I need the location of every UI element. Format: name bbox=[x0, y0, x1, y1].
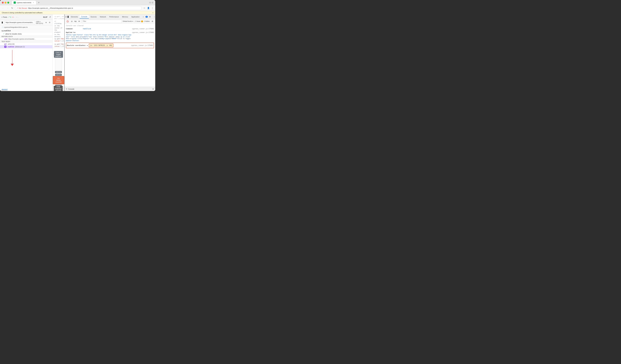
forward-btn[interactable]: → bbox=[6, 6, 9, 10]
realclick-cmd-name: -realClick bbox=[7, 46, 14, 48]
pending-stat: ○ -- bbox=[16, 16, 19, 18]
visit-command[interactable]: visit https://example.cypress.io/command… bbox=[0, 38, 52, 40]
cmd-value: realClick bbox=[83, 28, 91, 30]
console-bottom-close-btn[interactable]: ✕ bbox=[152, 88, 154, 90]
default-levels-btn[interactable]: Default levels ▾ bbox=[123, 20, 133, 22]
coord-link[interactable]: cypress_runner.js:175882 bbox=[131, 44, 153, 47]
tests-label[interactable]: < Tests bbox=[1, 16, 7, 18]
dblclick-label[interactable]: .dblclick() bbox=[0, 88, 52, 91]
devtools-badge: 1 bbox=[145, 16, 148, 18]
cypress-toolbar-icons: ⊕ ⚙ bbox=[44, 21, 51, 24]
close-traffic-light[interactable] bbox=[2, 2, 4, 3]
code-comment-1: // clicking in the center of the element… bbox=[54, 20, 63, 38]
test-file-label: 📄 cypress/integration/click.spec.ts bbox=[0, 25, 52, 29]
test-item-label: allow for double clicks bbox=[5, 33, 22, 35]
tab-performance[interactable]: Performance bbox=[108, 15, 121, 18]
realclick-command[interactable]: ▶ -realClick {clickcount: 2} bbox=[0, 45, 52, 48]
tab-memory[interactable]: Memory bbox=[121, 15, 130, 18]
visit-cmd-value: https://example.cypress.io/commands/... bbox=[8, 38, 35, 40]
get-command[interactable]: get .action-btn bbox=[0, 43, 52, 45]
action-btn-6[interactable]: and me bbox=[55, 85, 62, 86]
tab-close-btn[interactable]: × bbox=[32, 1, 34, 4]
file-icon: 📄 bbox=[1, 26, 3, 28]
extensions-icon[interactable]: ⋮ bbox=[151, 6, 154, 10]
viewport-icon[interactable]: 📱 bbox=[1, 21, 3, 24]
top-selector[interactable]: top bbox=[74, 20, 77, 22]
issue-label: 1 Issue: bbox=[135, 20, 141, 22]
file-path: cypress/integration/click.spec.ts bbox=[4, 26, 28, 28]
tab-network[interactable]: Network bbox=[98, 15, 108, 18]
devtools-more-icon[interactable]: ⋮ bbox=[152, 15, 155, 19]
tab-application[interactable]: Application bbox=[130, 15, 141, 18]
test-list: ✓ allow for double clicks BEFORE EACH vi… bbox=[0, 32, 52, 88]
url-bar[interactable]: ⚠ Not Secure https://example.cypress.io/… bbox=[15, 6, 142, 10]
bookmark-icon[interactable]: ☆ bbox=[143, 6, 146, 10]
console-drawer-icon[interactable]: ⊡ bbox=[66, 88, 67, 90]
test-panel: < Tests ✓ 1 × -- ○ -- 01.97 ↺ 📱 bbox=[0, 14, 52, 91]
tab-console[interactable]: Console bbox=[80, 15, 89, 18]
action-btn-1[interactable]: click me bbox=[55, 71, 62, 73]
reload-icon[interactable]: ↺ bbox=[49, 16, 51, 18]
console-clear-btn[interactable]: 🚫 bbox=[66, 20, 69, 23]
test-time: 01.97 bbox=[43, 16, 47, 18]
suite-name: cy.realClick bbox=[1, 30, 11, 32]
not-secure-label: Not Secure bbox=[19, 7, 27, 9]
dom-snapshot-btn[interactable]: DOM Snapshot (pinned) bbox=[54, 85, 63, 91]
refresh-btn[interactable]: ↻ bbox=[10, 6, 14, 10]
coord-arrow[interactable]: ▶ bbox=[87, 44, 88, 47]
test-item-passing[interactable]: ✓ allow for double clicks bbox=[0, 32, 52, 35]
maximize-traffic-light[interactable] bbox=[7, 2, 9, 3]
minimize-traffic-light[interactable] bbox=[5, 2, 6, 3]
settings-icon[interactable]: ⚙ bbox=[48, 21, 51, 24]
code-panel: cy.get('.action-btn').click() // clickin… bbox=[52, 14, 64, 48]
applied-link[interactable]: cypress_runner.js:175882 bbox=[132, 31, 154, 33]
console-bottom: ⊡ Console ✕ bbox=[65, 87, 155, 91]
cmd-link[interactable]: cypress_runner.js:175882 bbox=[132, 28, 154, 30]
coord-key: Absolute coordinates: bbox=[67, 44, 86, 47]
eye-icon[interactable]: 👁 bbox=[77, 20, 81, 23]
warning-icon: ⚠ bbox=[17, 7, 18, 9]
console-filter-input[interactable] bbox=[82, 20, 122, 23]
before-each-group: BEFORE EACH visit https://example.cypres… bbox=[0, 35, 52, 40]
profile-icon[interactable]: 👤 bbox=[147, 6, 150, 10]
viewport-content: Click to toggle popover Canvas to illust… bbox=[52, 48, 64, 86]
tab-more[interactable]: » bbox=[141, 15, 145, 18]
preview-panel: cy.get('.action-btn').click() // clickin… bbox=[52, 14, 64, 91]
tab-sources[interactable]: Sources bbox=[89, 15, 98, 18]
devtools-mobile-icon[interactable]: 📱 bbox=[67, 15, 69, 19]
devtools-settings-icon[interactable]: ⚙ bbox=[148, 15, 152, 19]
active-command-arrow: ▶ bbox=[4, 46, 6, 48]
dom-snapshot-label: DOM Snapshot bbox=[55, 86, 61, 89]
console-cleared: Console was cleared bbox=[66, 24, 154, 27]
visit-cmd-name: visit bbox=[4, 38, 7, 40]
info-bar-close-btn[interactable]: × bbox=[153, 12, 154, 14]
issue-btn[interactable]: 1 Issue: 1 bbox=[135, 20, 143, 22]
console-label: Console bbox=[68, 88, 74, 90]
test-pass-icon: ✓ bbox=[3, 33, 4, 35]
info-bar: Chrome is being controlled by automated … bbox=[0, 11, 155, 14]
pass-stat: ✓ 1 bbox=[8, 16, 11, 18]
window-minimize-icon[interactable] bbox=[149, 2, 151, 3]
console-entry-applied: Applied to: <button type="button" class=… bbox=[66, 31, 154, 42]
back-btn[interactable]: ← bbox=[1, 6, 5, 10]
window-close-icon[interactable] bbox=[152, 2, 154, 3]
console-filter-btn[interactable]: ⊘ bbox=[70, 20, 73, 23]
get-cmd-name: get bbox=[4, 43, 7, 45]
being-covered-btn[interactable]: I'm being covered bbox=[53, 76, 64, 84]
new-tab-btn[interactable]: + bbox=[37, 1, 41, 4]
action-btn-2[interactable]: and me bbox=[55, 74, 62, 76]
canvas-area bbox=[55, 58, 62, 70]
coord-value: {x: 1313.5078125, y: 69} bbox=[89, 44, 113, 47]
popover-toggle-btn[interactable]: Click to toggle popover bbox=[54, 51, 63, 58]
devtools-inspect-icon[interactable]: ⊡ bbox=[65, 15, 67, 19]
fail-count: -- bbox=[14, 16, 15, 18]
cypress-url-input[interactable]: https://example.cypress.io/commands/a... bbox=[4, 21, 35, 24]
console-settings-icon[interactable]: ⚙ bbox=[151, 20, 154, 23]
active-tab[interactable]: c cypress-real-events × bbox=[12, 0, 36, 5]
cmd-key: Command: bbox=[66, 28, 73, 30]
selector-playground-icon[interactable]: ⊕ bbox=[44, 21, 48, 24]
viewport-info: 1000 × 660 (61%) bbox=[36, 21, 44, 24]
info-bar-text: Chrome is being controlled by automated … bbox=[2, 12, 43, 14]
tab-elements[interactable]: Elements bbox=[69, 15, 79, 18]
code-line-1: cy.get('#action-canvas').click() bbox=[54, 38, 63, 42]
